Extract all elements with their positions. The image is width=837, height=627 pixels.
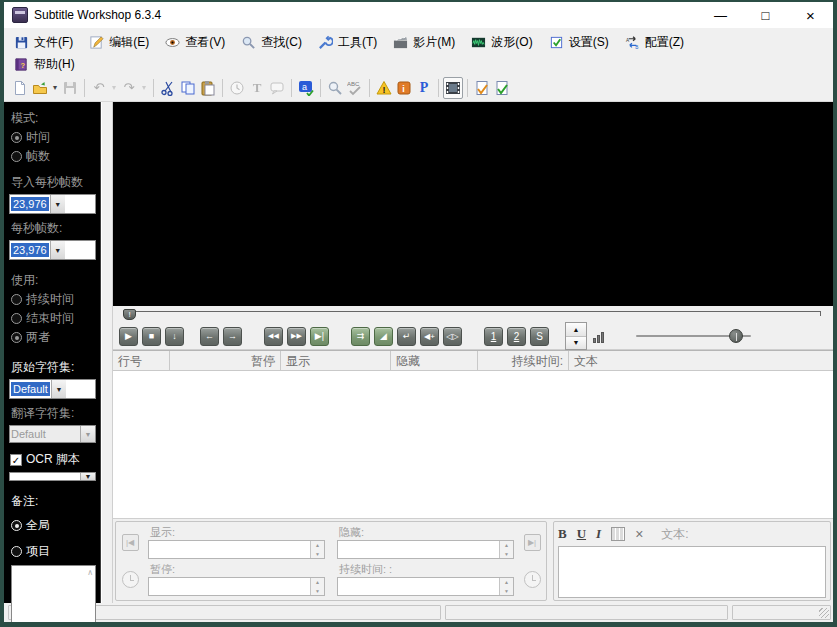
pause-clock-icon[interactable] xyxy=(122,571,139,588)
scroll-down-icon[interactable]: ∨ xyxy=(87,621,93,627)
duration-clock-icon[interactable] xyxy=(524,571,541,588)
menu-settings[interactable]: 设置(S) xyxy=(545,34,621,51)
work-end-radio[interactable]: 结束时间 xyxy=(11,310,96,327)
paste-button[interactable] xyxy=(198,77,218,99)
scroll-list-button[interactable]: ⇉ xyxy=(351,327,370,346)
spin-down-icon[interactable]: ▼ xyxy=(566,337,586,350)
volume-thumb[interactable] xyxy=(729,329,743,343)
work-duration-radio[interactable]: 持续时间 xyxy=(11,291,96,308)
stop-button[interactable]: ■ xyxy=(142,327,161,346)
underline-button[interactable]: U xyxy=(577,526,586,542)
spin-up-icon[interactable]: ▲ xyxy=(566,323,586,337)
volume-slider[interactable] xyxy=(636,327,751,345)
col-duration[interactable]: 持续时间: xyxy=(478,351,569,370)
new-file-button[interactable] xyxy=(10,77,30,99)
redo-dropdown-arrow[interactable]: ▾ xyxy=(139,83,149,92)
mode-time-radio[interactable]: 时间 xyxy=(11,129,96,146)
spellcheck-button[interactable]: ABC xyxy=(345,77,365,99)
menu-movie[interactable]: 影片(M) xyxy=(389,34,467,51)
grid-body[interactable] xyxy=(113,371,833,518)
ocr-script-checkbox[interactable]: ✓ OCR 脚本 xyxy=(10,451,96,468)
color-grid-icon[interactable] xyxy=(611,527,625,541)
notes-global-radio[interactable]: 全局 xyxy=(11,517,96,534)
start-end-button[interactable]: ◁▷ xyxy=(443,327,462,346)
video-preview-toggle[interactable] xyxy=(443,77,463,99)
prev-subtitle-button[interactable]: |◀ xyxy=(122,534,139,551)
orig-charset-combobox[interactable]: Default ▼ xyxy=(9,379,96,399)
sync-point-2-button[interactable]: 2 xyxy=(507,327,526,346)
undo-dropdown-arrow[interactable]: ▾ xyxy=(109,83,119,92)
fps-combobox[interactable]: 23,976 ▼ xyxy=(9,240,96,260)
seek-bar[interactable]: ! xyxy=(119,308,827,320)
copy-button[interactable] xyxy=(178,77,198,99)
show-time-input[interactable]: ▲▼ xyxy=(148,540,325,559)
chevron-down-icon[interactable]: ▼ xyxy=(51,380,66,398)
save-button[interactable] xyxy=(60,77,80,99)
menu-edit[interactable]: 编辑(E) xyxy=(85,34,161,51)
col-show[interactable]: 显示 xyxy=(281,351,391,370)
chevron-down-icon[interactable]: ▼ xyxy=(80,473,95,480)
menu-config[interactable]: AB 配置(Z) xyxy=(621,34,696,51)
bold-button[interactable]: B xyxy=(558,526,567,542)
menu-search[interactable]: 查找(C) xyxy=(237,34,314,51)
forward-button[interactable]: → xyxy=(223,327,242,346)
col-hide[interactable]: 隐藏 xyxy=(391,351,478,370)
clear-format-button[interactable]: × xyxy=(635,526,643,542)
menu-tools[interactable]: 工具(T) xyxy=(314,34,389,51)
set-pause-button[interactable]: ↵ xyxy=(397,327,416,346)
chevron-down-icon[interactable]: ▼ xyxy=(50,241,65,259)
col-text[interactable]: 文本 xyxy=(569,351,833,370)
set-start-button[interactable]: ◀+ xyxy=(420,327,439,346)
open-file-button[interactable] xyxy=(30,77,50,99)
ocr-script-combobox[interactable]: ▼ xyxy=(9,472,96,481)
seek-thumb[interactable]: ! xyxy=(123,309,136,320)
italic-button[interactable]: I xyxy=(596,526,601,542)
duration-time-spinner[interactable]: ▲▼ xyxy=(499,578,513,595)
work-both-radio[interactable]: 两者 xyxy=(11,329,96,346)
mode-frames-radio[interactable]: 帧数 xyxy=(11,148,96,165)
play-button[interactable]: ▶ xyxy=(119,327,138,346)
menu-help[interactable]: ? 帮助(H) xyxy=(10,56,87,73)
scroll-up-icon[interactable]: ∧ xyxy=(87,568,93,577)
find-button[interactable] xyxy=(325,77,345,99)
chevron-down-icon[interactable]: ▼ xyxy=(50,195,65,213)
alter-speed-button[interactable]: ▶| xyxy=(310,327,329,346)
rewind-button[interactable]: ◀◀ xyxy=(264,327,283,346)
info-errors-button[interactable]: i xyxy=(394,77,414,99)
menu-view[interactable]: 查看(V) xyxy=(161,34,237,51)
comment-button[interactable] xyxy=(267,77,287,99)
rate-spinner[interactable]: ▲ ▼ xyxy=(565,322,587,350)
notes-textbox[interactable]: ∧ ∨ < > xyxy=(11,565,96,627)
move-subtitle-button[interactable]: ◢ xyxy=(374,327,393,346)
menu-waveform[interactable]: 波形(O) xyxy=(467,34,544,51)
col-line-number[interactable]: 行号 xyxy=(113,351,170,370)
pause-time-input[interactable]: ▲▼ xyxy=(148,577,325,596)
undo-button[interactable]: ↶ xyxy=(89,77,109,99)
cut-button[interactable] xyxy=(158,77,178,99)
col-pause[interactable]: 暂停 xyxy=(170,351,281,370)
subtitle-text-input[interactable] xyxy=(558,546,826,598)
validate-green-button[interactable] xyxy=(492,77,512,99)
minimize-button[interactable]: — xyxy=(698,2,743,28)
error-check-button[interactable]: ! xyxy=(374,77,394,99)
maximize-button[interactable]: □ xyxy=(743,2,788,28)
show-time-spinner[interactable]: ▲▼ xyxy=(310,541,324,558)
fast-forward-button[interactable]: ▶▶ xyxy=(287,327,306,346)
validate-orange-button[interactable] xyxy=(472,77,492,99)
text-mode-button[interactable]: T xyxy=(247,77,267,99)
open-dropdown-arrow[interactable]: ▾ xyxy=(50,83,60,92)
pascal-script-button[interactable]: P xyxy=(414,77,434,99)
menu-file[interactable]: 文件(F) xyxy=(10,34,85,51)
hide-time-spinner[interactable]: ▲▼ xyxy=(499,541,513,558)
resize-grip[interactable] xyxy=(819,608,829,618)
next-subtitle-button[interactable]: ▶| xyxy=(524,534,541,551)
back-button[interactable]: ← xyxy=(200,327,219,346)
notes-project-radio[interactable]: 项目 xyxy=(11,543,96,560)
hide-time-input[interactable]: ▲▼ xyxy=(337,540,514,559)
close-button[interactable]: × xyxy=(788,2,833,28)
pause-time-spinner[interactable]: ▲▼ xyxy=(310,578,324,595)
trans-charset-combobox[interactable]: Default ▼ xyxy=(9,425,96,443)
translate-button[interactable]: a xyxy=(296,77,316,99)
time-button[interactable] xyxy=(227,77,247,99)
input-fps-combobox[interactable]: 23,976 ▼ xyxy=(9,194,96,214)
